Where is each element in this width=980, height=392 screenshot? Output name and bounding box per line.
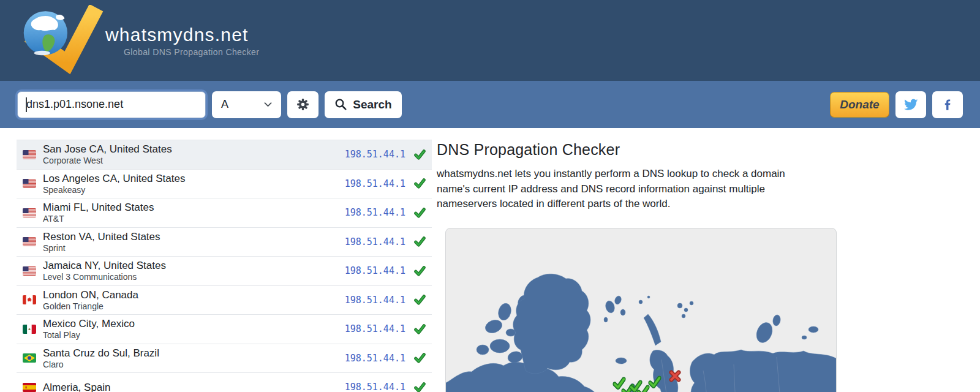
- record-type-select[interactable]: A: [212, 91, 281, 118]
- donate-button[interactable]: Donate: [830, 92, 889, 118]
- dns-result-ip[interactable]: 198.51.44.1: [345, 236, 405, 247]
- server-info: San Jose CA, United States Corporate Wes…: [43, 143, 345, 166]
- search-field-wrap: [17, 91, 206, 118]
- flag-mx-icon: [23, 325, 36, 334]
- server-info: London ON, Canada Golden Triangle: [43, 288, 345, 312]
- dns-result-ip[interactable]: 198.51.44.1: [345, 265, 405, 276]
- whatsmydns-page: whatsmydns.net Global DNS Propagation Ch…: [0, 0, 980, 392]
- status-ok-icon: [414, 352, 426, 364]
- flag-us-icon: [23, 150, 36, 159]
- flag-es-icon: [23, 383, 36, 392]
- status-ok-icon: [414, 382, 426, 392]
- page-description: whatsmydns.net lets you instantly perfor…: [437, 167, 846, 212]
- search-button[interactable]: Search: [325, 91, 402, 118]
- status-ok-icon: [414, 294, 426, 306]
- server-provider: Total Play: [43, 330, 345, 341]
- twitter-button[interactable]: [895, 91, 926, 118]
- server-provider: Sprint: [43, 243, 345, 254]
- dns-result-ip[interactable]: 198.51.44.1: [345, 207, 405, 218]
- flag-us-icon: [23, 266, 36, 276]
- dns-result-ip[interactable]: 198.51.44.1: [345, 353, 405, 364]
- server-row[interactable]: Almeria, Spain 198.51.44.1: [17, 373, 432, 392]
- brand-tagline: Global DNS Propagation Checker: [124, 47, 259, 57]
- status-ok-icon: [414, 236, 426, 247]
- flag-br-icon: [23, 353, 36, 363]
- dns-result-ip[interactable]: 198.51.44.1: [345, 149, 405, 160]
- status-ok-icon: [414, 178, 426, 189]
- server-row[interactable]: Mexico City, Mexico Total Play 198.51.44…: [17, 315, 432, 344]
- server-list: San Jose CA, United States Corporate Wes…: [17, 140, 432, 392]
- status-ok-icon: [414, 265, 426, 277]
- status-ok-icon: [414, 207, 426, 219]
- server-location: Los Angeles CA, United States: [43, 172, 345, 185]
- dns-result-ip[interactable]: 198.51.44.1: [345, 178, 405, 189]
- text-caret: [26, 97, 27, 112]
- server-location: Reston VA, United States: [43, 230, 345, 243]
- dns-result-ip[interactable]: 198.51.44.1: [345, 323, 405, 334]
- search-toolbar: A Search: [0, 81, 980, 128]
- status-ok-icon: [414, 149, 426, 160]
- server-row[interactable]: Los Angeles CA, United States Speakeasy …: [17, 170, 432, 199]
- flag-us-icon: [23, 208, 36, 217]
- dns-result-ip[interactable]: 198.51.44.1: [345, 382, 405, 392]
- facebook-button[interactable]: [932, 91, 963, 118]
- map-marker-check-icon: [639, 387, 648, 392]
- server-provider: AT&T: [43, 214, 345, 224]
- world-map-card: [445, 228, 837, 392]
- world-map: [446, 228, 836, 392]
- brand-name: whatsmydns.net: [105, 24, 259, 45]
- flag-us-icon: [23, 237, 36, 246]
- server-location: Santa Cruz do Sul, Brazil: [43, 347, 345, 360]
- twitter-icon: [903, 97, 918, 112]
- main-content: San Jose CA, United States Corporate Wes…: [0, 128, 980, 392]
- server-info: Reston VA, United States Sprint: [43, 230, 345, 254]
- page-title: DNS Propagation Checker: [437, 141, 846, 159]
- record-type-value: A: [221, 98, 228, 111]
- server-info: Mexico City, Mexico Total Play: [43, 317, 345, 341]
- map-marker-x-icon: [671, 372, 679, 380]
- gear-icon: [295, 97, 311, 112]
- server-info: Jamaica NY, United States Level 3 Commun…: [43, 259, 345, 282]
- map-marker-check-icon: [615, 379, 624, 388]
- server-location: Mexico City, Mexico: [43, 317, 345, 330]
- server-provider: Corporate West: [43, 156, 345, 166]
- server-row[interactable]: London ON, Canada Golden Triangle 198.51…: [17, 286, 432, 315]
- site-logo: [12, 5, 104, 77]
- server-provider: Speakeasy: [43, 185, 345, 195]
- search-icon: [334, 98, 347, 111]
- server-row[interactable]: Reston VA, United States Sprint 198.51.4…: [17, 228, 432, 257]
- flag-us-icon: [23, 179, 36, 188]
- server-location: Miami FL, United States: [43, 201, 345, 214]
- search-input[interactable]: [17, 91, 206, 118]
- map-landmasses: [446, 274, 836, 392]
- search-button-label: Search: [353, 98, 391, 111]
- server-row[interactable]: Miami FL, United States AT&T 198.51.44.1: [17, 198, 432, 228]
- info-column: DNS Propagation Checker whatsmydns.net l…: [437, 140, 846, 392]
- server-provider: Claro: [43, 360, 345, 370]
- server-provider: Level 3 Communications: [43, 272, 345, 282]
- site-header: whatsmydns.net Global DNS Propagation Ch…: [0, 0, 980, 81]
- server-info: Almeria, Spain: [43, 381, 345, 392]
- facebook-icon: [941, 98, 954, 111]
- server-location: London ON, Canada: [43, 288, 345, 301]
- flag-ca-icon: [23, 295, 36, 304]
- status-ok-icon: [414, 323, 426, 335]
- server-row[interactable]: Jamaica NY, United States Level 3 Commun…: [17, 257, 432, 286]
- options-button[interactable]: [287, 91, 318, 118]
- dns-result-ip[interactable]: 198.51.44.1: [345, 295, 405, 306]
- server-location: Almeria, Spain: [43, 381, 345, 392]
- server-row[interactable]: San Jose CA, United States Corporate Wes…: [17, 140, 432, 170]
- server-info: Los Angeles CA, United States Speakeasy: [43, 172, 345, 195]
- server-location: Jamaica NY, United States: [43, 259, 345, 272]
- server-location: San Jose CA, United States: [43, 143, 345, 156]
- server-provider: Golden Triangle: [43, 301, 345, 312]
- chevron-down-icon: [264, 102, 272, 107]
- brand-block[interactable]: whatsmydns.net Global DNS Propagation Ch…: [105, 24, 259, 57]
- globe-checkmark-icon: [12, 5, 104, 75]
- server-info: Miami FL, United States AT&T: [43, 201, 345, 224]
- server-row[interactable]: Santa Cruz do Sul, Brazil Claro 198.51.4…: [17, 344, 432, 374]
- server-info: Santa Cruz do Sul, Brazil Claro: [43, 347, 345, 370]
